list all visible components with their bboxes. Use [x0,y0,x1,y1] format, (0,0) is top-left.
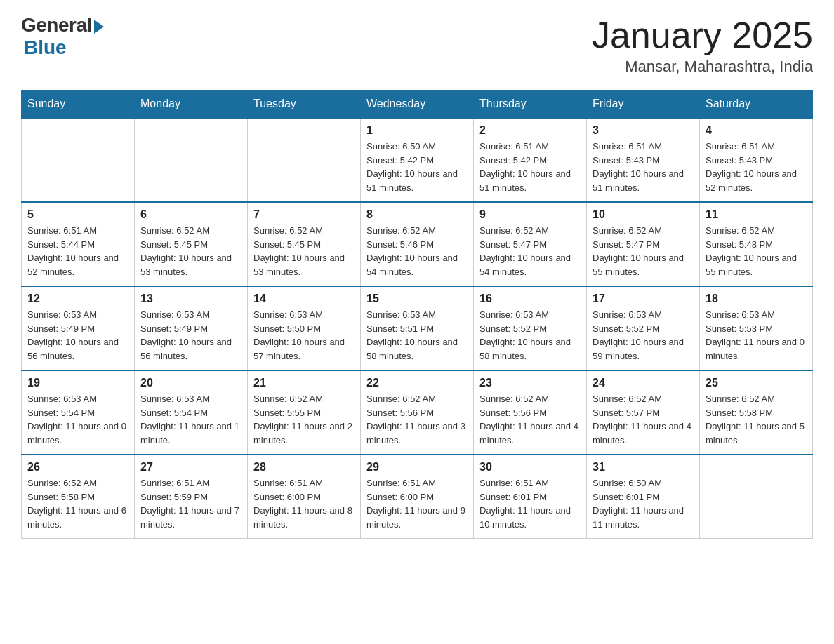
calendar-cell: 30Sunrise: 6:51 AM Sunset: 6:01 PM Dayli… [474,455,587,539]
calendar-cell: 20Sunrise: 6:53 AM Sunset: 5:54 PM Dayli… [135,370,248,455]
calendar-week-row: 12Sunrise: 6:53 AM Sunset: 5:49 PM Dayli… [22,286,813,370]
weekday-header-saturday: Saturday [700,90,813,119]
day-info: Sunrise: 6:52 AM Sunset: 5:46 PM Dayligh… [366,224,468,279]
day-number: 22 [366,377,468,389]
calendar-cell: 22Sunrise: 6:52 AM Sunset: 5:56 PM Dayli… [361,370,474,455]
day-info: Sunrise: 6:51 AM Sunset: 5:44 PM Dayligh… [27,224,128,279]
day-info: Sunrise: 6:53 AM Sunset: 5:49 PM Dayligh… [27,308,128,363]
title-section: January 2025 Mansar, Maharashtra, India [592,14,813,76]
day-info: Sunrise: 6:53 AM Sunset: 5:51 PM Dayligh… [366,308,468,363]
calendar-cell: 14Sunrise: 6:53 AM Sunset: 5:50 PM Dayli… [248,286,361,370]
day-number: 21 [253,377,355,389]
weekday-header-sunday: Sunday [22,90,135,119]
page-header: General Blue January 2025 Mansar, Mahara… [21,14,813,76]
calendar-cell [135,118,248,202]
day-info: Sunrise: 6:52 AM Sunset: 5:45 PM Dayligh… [140,224,241,279]
calendar-cell: 23Sunrise: 6:52 AM Sunset: 5:56 PM Dayli… [474,370,587,455]
calendar-cell [22,118,135,202]
calendar-cell: 26Sunrise: 6:52 AM Sunset: 5:58 PM Dayli… [22,455,135,539]
calendar-cell: 25Sunrise: 6:52 AM Sunset: 5:58 PM Dayli… [700,370,813,455]
day-number: 31 [593,461,694,474]
day-info: Sunrise: 6:52 AM Sunset: 5:45 PM Dayligh… [253,224,355,279]
day-number: 16 [479,293,581,305]
day-number: 10 [593,208,694,221]
calendar-cell: 16Sunrise: 6:53 AM Sunset: 5:52 PM Dayli… [474,286,587,370]
logo-blue-text: Blue [24,36,67,59]
calendar-week-row: 19Sunrise: 6:53 AM Sunset: 5:54 PM Dayli… [22,370,813,455]
calendar-cell: 10Sunrise: 6:52 AM Sunset: 5:47 PM Dayli… [587,202,700,286]
calendar-cell: 1Sunrise: 6:50 AM Sunset: 5:42 PM Daylig… [361,118,474,202]
day-info: Sunrise: 6:52 AM Sunset: 5:58 PM Dayligh… [706,392,807,447]
day-number: 27 [140,461,241,474]
calendar-cell: 3Sunrise: 6:51 AM Sunset: 5:43 PM Daylig… [587,118,700,202]
day-info: Sunrise: 6:50 AM Sunset: 6:01 PM Dayligh… [593,476,694,531]
day-info: Sunrise: 6:53 AM Sunset: 5:49 PM Dayligh… [140,308,241,363]
day-info: Sunrise: 6:53 AM Sunset: 5:54 PM Dayligh… [27,392,128,447]
calendar-cell: 21Sunrise: 6:52 AM Sunset: 5:55 PM Dayli… [248,370,361,455]
day-info: Sunrise: 6:51 AM Sunset: 5:42 PM Dayligh… [479,140,581,194]
calendar-week-row: 5Sunrise: 6:51 AM Sunset: 5:44 PM Daylig… [22,202,813,286]
day-number: 25 [706,377,807,389]
calendar-week-row: 26Sunrise: 6:52 AM Sunset: 5:58 PM Dayli… [22,455,813,539]
day-info: Sunrise: 6:52 AM Sunset: 5:58 PM Dayligh… [27,476,128,531]
day-info: Sunrise: 6:53 AM Sunset: 5:50 PM Dayligh… [253,308,355,363]
calendar-cell [700,455,813,539]
day-info: Sunrise: 6:51 AM Sunset: 5:43 PM Dayligh… [706,140,807,194]
day-info: Sunrise: 6:51 AM Sunset: 6:00 PM Dayligh… [366,476,468,531]
calendar-cell: 15Sunrise: 6:53 AM Sunset: 5:51 PM Dayli… [361,286,474,370]
calendar-cell: 17Sunrise: 6:53 AM Sunset: 5:52 PM Dayli… [587,286,700,370]
day-info: Sunrise: 6:53 AM Sunset: 5:52 PM Dayligh… [593,308,694,363]
day-number: 23 [479,377,581,389]
calendar-header-row: SundayMondayTuesdayWednesdayThursdayFrid… [22,90,813,119]
day-number: 11 [706,208,807,221]
calendar-cell: 5Sunrise: 6:51 AM Sunset: 5:44 PM Daylig… [22,202,135,286]
calendar-cell: 28Sunrise: 6:51 AM Sunset: 6:00 PM Dayli… [248,455,361,539]
logo: General Blue [21,14,104,59]
logo-general-text: General [21,14,92,36]
calendar-cell: 2Sunrise: 6:51 AM Sunset: 5:42 PM Daylig… [474,118,587,202]
calendar-cell: 12Sunrise: 6:53 AM Sunset: 5:49 PM Dayli… [22,286,135,370]
calendar-cell: 27Sunrise: 6:51 AM Sunset: 5:59 PM Dayli… [135,455,248,539]
weekday-header-tuesday: Tuesday [248,90,361,119]
day-number: 14 [253,293,355,305]
calendar-cell: 31Sunrise: 6:50 AM Sunset: 6:01 PM Dayli… [587,455,700,539]
logo-arrow-icon [94,20,104,34]
day-info: Sunrise: 6:52 AM Sunset: 5:55 PM Dayligh… [253,392,355,447]
calendar-cell: 8Sunrise: 6:52 AM Sunset: 5:46 PM Daylig… [361,202,474,286]
day-number: 29 [366,461,468,474]
calendar-cell: 19Sunrise: 6:53 AM Sunset: 5:54 PM Dayli… [22,370,135,455]
calendar-cell [248,118,361,202]
day-number: 8 [366,208,468,221]
day-info: Sunrise: 6:50 AM Sunset: 5:42 PM Dayligh… [366,140,468,194]
month-title: January 2025 [592,14,813,56]
calendar-cell: 13Sunrise: 6:53 AM Sunset: 5:49 PM Dayli… [135,286,248,370]
day-number: 19 [27,377,128,389]
day-number: 17 [593,293,694,305]
day-number: 3 [593,124,694,137]
day-number: 9 [479,208,581,221]
day-number: 1 [366,124,468,137]
day-info: Sunrise: 6:51 AM Sunset: 6:01 PM Dayligh… [479,476,581,531]
calendar-cell: 6Sunrise: 6:52 AM Sunset: 5:45 PM Daylig… [135,202,248,286]
day-info: Sunrise: 6:52 AM Sunset: 5:57 PM Dayligh… [593,392,694,447]
weekday-header-wednesday: Wednesday [361,90,474,119]
day-number: 5 [27,208,128,221]
day-number: 18 [706,293,807,305]
day-number: 24 [593,377,694,389]
day-number: 4 [706,124,807,137]
calendar-cell: 9Sunrise: 6:52 AM Sunset: 5:47 PM Daylig… [474,202,587,286]
day-number: 12 [27,293,128,305]
day-info: Sunrise: 6:52 AM Sunset: 5:56 PM Dayligh… [479,392,581,447]
weekday-header-friday: Friday [587,90,700,119]
day-info: Sunrise: 6:53 AM Sunset: 5:54 PM Dayligh… [140,392,241,447]
weekday-header-monday: Monday [135,90,248,119]
calendar-table: SundayMondayTuesdayWednesdayThursdayFrid… [21,90,813,539]
day-number: 13 [140,293,241,305]
day-info: Sunrise: 6:53 AM Sunset: 5:53 PM Dayligh… [706,308,807,363]
day-number: 2 [479,124,581,137]
calendar-cell: 7Sunrise: 6:52 AM Sunset: 5:45 PM Daylig… [248,202,361,286]
calendar-week-row: 1Sunrise: 6:50 AM Sunset: 5:42 PM Daylig… [22,118,813,202]
day-number: 30 [479,461,581,474]
day-number: 20 [140,377,241,389]
day-info: Sunrise: 6:51 AM Sunset: 5:59 PM Dayligh… [140,476,241,531]
